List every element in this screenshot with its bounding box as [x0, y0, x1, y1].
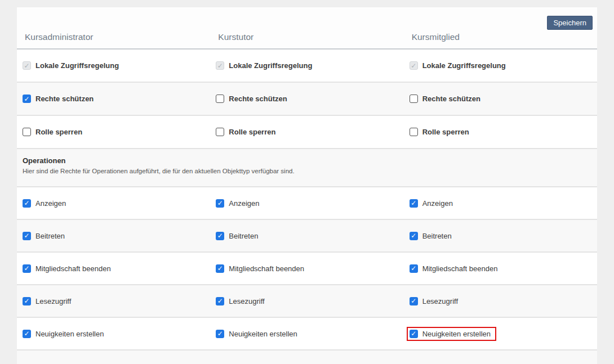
permission-cell: Mitgliedschaft beenden	[404, 262, 597, 276]
checkbox-lokale-zugriffsregelung-kurstutor: Lokale Zugriffsregelung	[213, 59, 318, 73]
permission-cell: Lesezugriff	[17, 294, 210, 308]
panel-header: Speichern Kursadministrator Kurstutor Ku…	[17, 7, 597, 50]
checkbox-label: Lesezugriff	[229, 297, 264, 305]
checkbox-icon	[23, 330, 31, 338]
checkbox-label: Mitgliedschaft beenden	[422, 264, 498, 273]
checkbox-icon	[23, 95, 31, 103]
checkbox-icon	[216, 61, 224, 70]
checkbox-icon	[216, 232, 224, 240]
checkbox-rolle-sperren-kursmitglied[interactable]: Rolle sperren	[407, 125, 475, 139]
permission-cell: Rechte schützen	[210, 92, 403, 106]
permission-cell: Anzeigen	[210, 196, 403, 210]
checkbox-label: Mitgliedschaft beenden	[35, 264, 111, 273]
checkbox-icon	[410, 199, 418, 208]
section-title: Operationen	[23, 156, 591, 165]
checkbox-mitgliedschaft-beenden-kursadministrator[interactable]: Mitgliedschaft beenden	[20, 262, 117, 276]
checkbox-rechte-schuetzen-kursmitglied[interactable]: Rechte schützen	[407, 92, 486, 106]
checkbox-anzeigen-kurstutor[interactable]: Anzeigen	[213, 196, 265, 210]
permissions-panel: Speichern Kursadministrator Kurstutor Ku…	[17, 7, 597, 364]
checkbox-label: Neuigkeiten erstellen	[422, 330, 491, 338]
checkbox-label: Rolle sperren	[35, 128, 82, 136]
checkbox-neuigkeiten-erstellen-kursmitglied[interactable]: Neuigkeiten erstellen	[407, 327, 496, 341]
permission-cell: Neuigkeiten erstellen	[17, 327, 210, 341]
checkbox-label: Anzeigen	[422, 199, 453, 208]
permission-cell: Neuigkeiten erstellen	[404, 327, 597, 341]
permission-cell: Rechte schützen	[404, 92, 597, 106]
page: { "toolbar": { "save_label": "Speichern"…	[0, 0, 614, 364]
row-beitreten: Beitreten Beitreten Beitreten	[17, 220, 597, 253]
permission-cell: Rechte schützen	[17, 92, 210, 106]
checkbox-icon	[410, 95, 418, 103]
column-headers: Kursadministrator Kurstutor Kursmitglied	[17, 32, 597, 48]
checkbox-icon	[216, 330, 224, 338]
row-rolle-sperren: Rolle sperren Rolle sperren Rolle sperre…	[17, 116, 597, 149]
permission-cell: Lokale Zugriffsregelung	[210, 59, 403, 73]
checkbox-label: Mitgliedschaft beenden	[229, 264, 304, 273]
checkbox-icon	[410, 297, 418, 305]
permission-cell: Beitreten	[404, 229, 597, 243]
permission-cell: Lesezugriff	[210, 294, 403, 308]
checkbox-label: Beitreten	[422, 232, 452, 240]
checkbox-label: Lokale Zugriffsregelung	[422, 61, 506, 70]
checkbox-rechte-schuetzen-kursadministrator[interactable]: Rechte schützen	[20, 92, 99, 106]
section-description: Hier sind die Rechte für Operationen auf…	[23, 168, 591, 174]
checkbox-anzeigen-kursadministrator[interactable]: Anzeigen	[20, 196, 72, 210]
checkbox-label: Lokale Zugriffsregelung	[229, 61, 312, 70]
section-operationen: Operationen Hier sind die Rechte für Ope…	[17, 149, 597, 187]
checkbox-anzeigen-kursmitglied[interactable]: Anzeigen	[407, 196, 459, 210]
row-rechte-schuetzen: Rechte schützen Rechte schützen Rechte s…	[17, 83, 597, 116]
permission-cell: Rolle sperren	[17, 125, 210, 139]
column-header-kursadministrator: Kursadministrator	[17, 32, 210, 42]
checkbox-label: Rolle sperren	[422, 128, 469, 136]
save-button[interactable]: Speichern	[547, 16, 593, 30]
checkbox-lesezugriff-kursadministrator[interactable]: Lesezugriff	[20, 294, 77, 308]
checkbox-label: Rolle sperren	[229, 128, 275, 136]
checkbox-mitgliedschaft-beenden-kurstutor[interactable]: Mitgliedschaft beenden	[213, 262, 310, 276]
checkbox-lesezugriff-kurstutor[interactable]: Lesezugriff	[213, 294, 270, 308]
row-neuigkeiten-erstellen: Neuigkeiten erstellen Neuigkeiten erstel…	[17, 318, 597, 350]
row-anzeigen: Anzeigen Anzeigen Anzeigen	[17, 187, 597, 220]
checkbox-label: Lokale Zugriffsregelung	[35, 61, 119, 70]
checkbox-icon	[23, 128, 31, 136]
checkbox-icon	[410, 61, 418, 70]
checkbox-icon	[216, 128, 224, 136]
checkbox-icon	[216, 264, 224, 273]
checkbox-label: Lesezugriff	[35, 297, 71, 305]
permission-cell: Lokale Zugriffsregelung	[17, 59, 210, 73]
checkbox-label: Beitreten	[35, 232, 65, 240]
checkbox-beitreten-kursmitglied[interactable]: Beitreten	[407, 229, 457, 243]
checkbox-icon	[23, 199, 31, 208]
checkbox-beitreten-kurstutor[interactable]: Beitreten	[213, 229, 264, 243]
checkbox-rolle-sperren-kursadministrator[interactable]: Rolle sperren	[20, 125, 88, 139]
checkbox-icon	[23, 61, 31, 70]
checkbox-label: Rechte schützen	[229, 95, 287, 103]
checkbox-label: Lesezugriff	[422, 297, 458, 305]
permission-cell: Mitgliedschaft beenden	[17, 262, 210, 276]
row-lesezugriff: Lesezugriff Lesezugriff Lesezugriff	[17, 285, 597, 318]
checkbox-label: Neuigkeiten erstellen	[35, 330, 104, 338]
permission-cell: Anzeigen	[17, 196, 210, 210]
checkbox-neuigkeiten-erstellen-kurstutor[interactable]: Neuigkeiten erstellen	[213, 327, 302, 341]
checkbox-rolle-sperren-kurstutor[interactable]: Rolle sperren	[213, 125, 281, 139]
checkbox-icon	[23, 232, 31, 240]
permission-cell: Rolle sperren	[210, 125, 403, 139]
permission-cell: Lesezugriff	[404, 294, 597, 308]
checkbox-lokale-zugriffsregelung-kursadministrator: Lokale Zugriffsregelung	[20, 59, 124, 73]
checkbox-icon	[23, 297, 31, 305]
checkbox-lesezugriff-kursmitglied[interactable]: Lesezugriff	[407, 294, 464, 308]
permission-cell: Anzeigen	[404, 196, 597, 210]
column-header-kursmitglied: Kursmitglied	[404, 32, 597, 42]
checkbox-label: Rechte schützen	[422, 95, 480, 103]
checkbox-rechte-schuetzen-kurstutor[interactable]: Rechte schützen	[213, 92, 292, 106]
checkbox-mitgliedschaft-beenden-kursmitglied[interactable]: Mitgliedschaft beenden	[407, 262, 504, 276]
checkbox-beitreten-kursadministrator[interactable]: Beitreten	[20, 229, 70, 243]
permission-cell: Beitreten	[17, 229, 210, 243]
checkbox-neuigkeiten-erstellen-kursadministrator[interactable]: Neuigkeiten erstellen	[20, 327, 109, 341]
checkbox-icon	[410, 232, 418, 240]
checkbox-lokale-zugriffsregelung-kursmitglied: Lokale Zugriffsregelung	[407, 59, 511, 73]
checkbox-icon	[410, 330, 418, 338]
column-header-kurstutor: Kurstutor	[210, 32, 403, 42]
permission-cell: Rolle sperren	[404, 125, 597, 139]
permission-cell: Beitreten	[210, 229, 403, 243]
checkbox-icon	[23, 264, 31, 273]
